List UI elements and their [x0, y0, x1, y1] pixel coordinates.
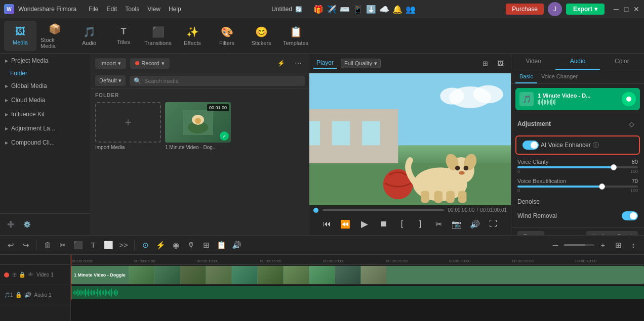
zoom-in-button[interactable]: +: [596, 239, 610, 252]
zoom-out-button[interactable]: ─: [549, 239, 562, 252]
icon-download[interactable]: ⬇️: [366, 5, 376, 14]
snapshot-button[interactable]: 📷: [451, 218, 463, 230]
keyframe-button[interactable]: Keyframe Panel: [586, 231, 638, 235]
snap-button[interactable]: ⊙: [139, 239, 152, 252]
icon-cloud[interactable]: ☁️: [379, 5, 389, 14]
sort-select[interactable]: Default ▾: [95, 75, 126, 86]
media-item-video[interactable]: 00:01:00 ✓ 1 Minute Video - Dog...: [165, 102, 231, 150]
expand-button[interactable]: ↕: [627, 239, 640, 252]
undo-button[interactable]: ↩: [4, 239, 17, 252]
toolbar-effects[interactable]: ✨ Effects: [176, 21, 209, 51]
mark-out-button[interactable]: ]: [414, 218, 426, 230]
copy-clip[interactable]: 📋: [215, 239, 228, 252]
reset-button[interactable]: Reset: [517, 231, 544, 235]
transform-button[interactable]: ⬜: [102, 239, 115, 252]
play-button[interactable]: ▶: [357, 217, 372, 231]
frame-back-button[interactable]: ⏪: [339, 218, 351, 230]
wind-removal-toggle[interactable]: [622, 211, 638, 220]
search-input[interactable]: [144, 78, 301, 84]
stop-button[interactable]: ⏹: [378, 218, 390, 230]
record-button[interactable]: Record ▾: [130, 58, 169, 69]
skip-back-button[interactable]: ⏮: [321, 218, 333, 230]
icon-gift[interactable]: 🎁: [313, 5, 324, 14]
more-tools-button[interactable]: >>: [117, 239, 130, 252]
auto-button[interactable]: ◉: [169, 239, 182, 252]
video-clip[interactable]: 1 Minute Video - Doggie: [71, 266, 644, 284]
voice-beautification-track[interactable]: [517, 186, 638, 188]
video-thumb[interactable]: 00:01:00 ✓: [165, 102, 231, 143]
fullscreen-button[interactable]: ⛶: [487, 218, 499, 230]
icon-bell[interactable]: 🔔: [392, 5, 402, 14]
adjustment-expand-button[interactable]: ◇: [625, 117, 638, 130]
subtab-voice-changer[interactable]: Voice Changer: [537, 70, 582, 83]
progress-track[interactable]: [323, 209, 444, 211]
voice-beautification-thumb[interactable]: [599, 184, 605, 190]
tab-color[interactable]: Color: [600, 54, 644, 70]
audio-lock-icon[interactable]: 🔒: [15, 292, 22, 298]
narration-button[interactable]: 🎙: [184, 239, 197, 252]
progress-indicator[interactable]: [313, 208, 318, 213]
audio-button[interactable]: 🔊: [469, 218, 481, 230]
settings-button[interactable]: ⚙️: [20, 218, 33, 231]
menu-view[interactable]: View: [147, 6, 160, 13]
track-lock-icon[interactable]: 🔒: [19, 271, 26, 278]
sidebar-item-project-media[interactable]: ▶ Project Media: [0, 54, 91, 68]
import-thumb[interactable]: +: [95, 102, 161, 143]
subtab-basic[interactable]: Basic: [515, 70, 537, 83]
quality-select[interactable]: Full Quality ▾: [341, 59, 381, 68]
track-eye-icon[interactable]: 👁: [28, 271, 33, 278]
layout-button[interactable]: ⊞: [612, 239, 625, 252]
delete-button[interactable]: 🗑: [41, 239, 54, 252]
sidebar-item-global-media[interactable]: ▶ Global Media: [0, 79, 91, 93]
razor-button[interactable]: ✂: [56, 239, 69, 252]
menu-edit[interactable]: Edit: [107, 6, 117, 13]
sidebar-item-compound[interactable]: ▶ Compound Cli...: [0, 135, 91, 150]
sidebar-item-influence-kit[interactable]: ▶ Influence Kit: [0, 107, 91, 121]
toolbar-media[interactable]: 🖼 Media: [4, 21, 36, 51]
toolbar-templates[interactable]: 📋 Templates: [279, 21, 312, 51]
menu-file[interactable]: File: [89, 6, 98, 13]
image-view-button[interactable]: 🖼: [494, 57, 507, 70]
tab-video[interactable]: Video: [511, 54, 555, 70]
media-item-import[interactable]: + Import Media: [95, 102, 161, 150]
crop-button[interactable]: ⬛: [71, 239, 85, 252]
ai-voice-help-icon[interactable]: ⓘ: [593, 141, 599, 150]
tab-audio[interactable]: Audio: [555, 54, 599, 70]
toolbar-transitions[interactable]: ⬛ Transitions: [142, 21, 174, 51]
icon-keyboard[interactable]: ⌨️: [340, 5, 350, 14]
tab-player[interactable]: Player: [313, 58, 337, 69]
maximize-button[interactable]: □: [623, 6, 630, 13]
toolbar-audio[interactable]: 🎵 Audio: [73, 21, 105, 51]
close-button[interactable]: ✕: [633, 6, 640, 13]
toolbar-stock-media[interactable]: 📦 Stock Media: [38, 21, 71, 51]
import-button[interactable]: Import ▾: [95, 58, 126, 69]
user-avatar[interactable]: J: [548, 2, 562, 16]
voice-clarity-track[interactable]: [517, 166, 638, 168]
audio-mute-icon[interactable]: 🔊: [24, 292, 31, 298]
sidebar-item-cloud-media[interactable]: ▶ Cloud Media: [0, 93, 91, 107]
menu-help[interactable]: Help: [169, 6, 181, 13]
redo-button[interactable]: ↪: [19, 239, 32, 252]
icon-users[interactable]: 👥: [406, 5, 416, 14]
text-button[interactable]: T: [87, 239, 100, 252]
toolbar-titles[interactable]: T Titles: [107, 21, 140, 51]
grid-view-button[interactable]: ⊞: [478, 57, 492, 70]
add-track-button[interactable]: ➕: [4, 218, 17, 231]
audio-clip[interactable]: [71, 286, 644, 299]
toolbar-filters[interactable]: 🎨 Filters: [211, 21, 243, 51]
purchase-button[interactable]: Purchase: [506, 4, 544, 15]
icon-mobile[interactable]: 📱: [353, 5, 363, 14]
track-add-icon[interactable]: ⊞: [12, 271, 17, 278]
icon-share[interactable]: ✈️: [327, 5, 337, 14]
ai-voice-toggle[interactable]: [522, 141, 539, 150]
toolbar-stickers[interactable]: 😊 Stickers: [245, 21, 277, 51]
split-button[interactable]: ✂: [432, 218, 445, 230]
mark-in-button[interactable]: [: [396, 218, 408, 230]
zoom-track[interactable]: [564, 244, 594, 246]
motion-button[interactable]: ⚡: [154, 239, 167, 252]
clip-settings[interactable]: ⊞: [199, 239, 213, 252]
audio-detach[interactable]: 🔊: [230, 239, 243, 252]
sidebar-item-folder[interactable]: Folder: [0, 68, 91, 79]
sidebar-item-adjustment[interactable]: ▶ Adjustment La...: [0, 121, 91, 135]
minimize-button[interactable]: ─: [613, 6, 620, 13]
